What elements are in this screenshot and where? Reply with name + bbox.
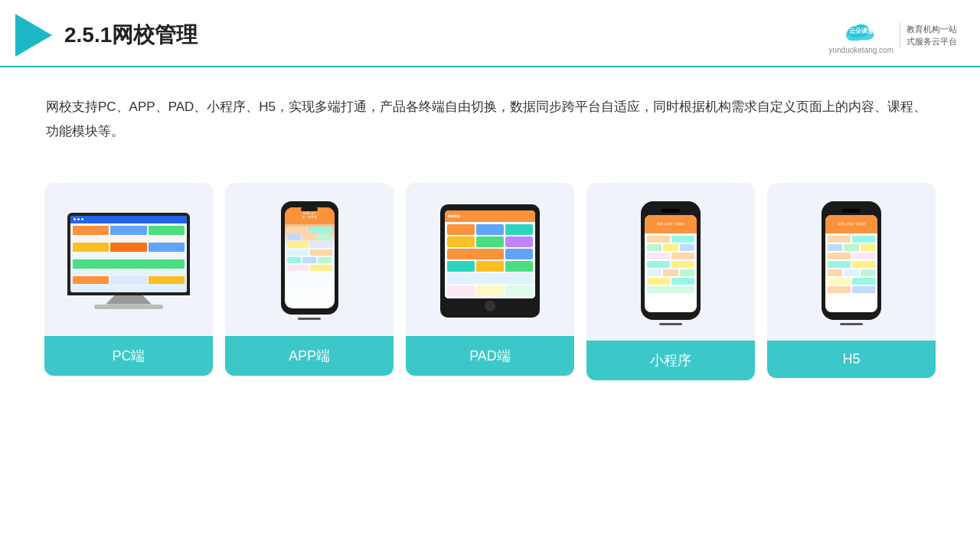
pc-label: PC端 [44, 336, 213, 376]
pc-screen [70, 216, 187, 292]
pad-image-area: 网校管理 [406, 183, 574, 336]
h5-image-area: 职通人的第一堂网课 [767, 183, 936, 341]
app-label: APP端 [225, 336, 394, 376]
mini-phone-frame: 职通人的第一堂网课 [641, 201, 701, 320]
h5-label: H5 [767, 341, 936, 378]
cloud-icon: 云朵课堂 [842, 17, 880, 44]
tablet-device: 网校管理 [440, 204, 540, 318]
h5-top-text: 职通人的第一堂网课 [838, 222, 865, 226]
app-phone-frame: 职通人的第一堂网课 [281, 201, 338, 315]
svg-text:云朵课堂: 云朵课堂 [849, 27, 874, 34]
h5-card: 职通人的第一堂网课 [767, 183, 936, 378]
tablet-home-button [485, 301, 495, 311]
mini-top-text: 职通人的第一堂网课 [657, 222, 684, 226]
h5-phone-notch [842, 209, 861, 213]
app-phone-notch [301, 207, 318, 211]
h5-phone-device: 职通人的第一堂网课 [822, 201, 881, 325]
page-title: 2.5.1网校管理 [64, 21, 198, 50]
pad-card: 网校管理 [406, 183, 574, 376]
pad-label: PAD端 [406, 336, 574, 376]
brand-logo: 云朵课堂 yunduoketang.com [828, 17, 893, 54]
pc-base [94, 305, 163, 309]
logo-triangle-icon [15, 14, 52, 57]
brand-slogan: 教育机构一站 式服务云平台 [900, 23, 957, 48]
cards-container: PC端 职通人的第一堂网课 [0, 160, 980, 403]
h5-phone-home [840, 323, 863, 325]
app-card: 职通人的第一堂网课 [225, 183, 394, 376]
app-phone-screen: 职通人的第一堂网课 [285, 207, 335, 308]
pc-image-area [44, 183, 213, 336]
mini-phone-screen: 职通人的第一堂网课 [645, 215, 697, 312]
mini-phone-device: 职通人的第一堂网课 [641, 201, 701, 325]
h5-phone-screen: 职通人的第一堂网课 [825, 215, 877, 312]
pc-card: PC端 [44, 183, 213, 376]
brand-domain: yunduoketang.com [828, 46, 893, 54]
description-text: 网校支持PC、APP、PAD、小程序、H5，实现多端打通，产品各终端自由切换，数… [0, 67, 980, 160]
app-header-text: 职通人的第一堂网课 [302, 212, 317, 220]
app-phone-device: 职通人的第一堂网课 [281, 201, 338, 320]
mini-phone-home [659, 323, 682, 325]
app-phone-home [298, 318, 321, 320]
pc-device [67, 213, 190, 309]
header-left: 2.5.1网校管理 [15, 14, 198, 57]
h5-phone-frame: 职通人的第一堂网课 [822, 201, 881, 320]
header: 2.5.1网校管理 云朵课堂 yunduoketang.com 教育机构一站 式… [0, 0, 980, 67]
header-right: 云朵课堂 yunduoketang.com 教育机构一站 式服务云平台 [828, 17, 957, 54]
tablet-frame: 网校管理 [440, 204, 540, 318]
tablet-top-text: 网校管理 [448, 214, 460, 218]
pc-stand [106, 295, 152, 305]
tablet-screen: 网校管理 [445, 210, 535, 298]
miniprogram-card: 职通人的第一堂网课 [586, 183, 755, 380]
miniprogram-image-area: 职通人的第一堂网课 [586, 183, 755, 341]
app-image-area: 职通人的第一堂网课 [225, 183, 394, 336]
miniprogram-label: 小程序 [586, 341, 755, 380]
pc-monitor [67, 213, 190, 295]
mini-phone-notch [662, 209, 680, 213]
description-paragraph: 网校支持PC、APP、PAD、小程序、H5，实现多端打通，产品各终端自由切换，数… [46, 95, 934, 145]
